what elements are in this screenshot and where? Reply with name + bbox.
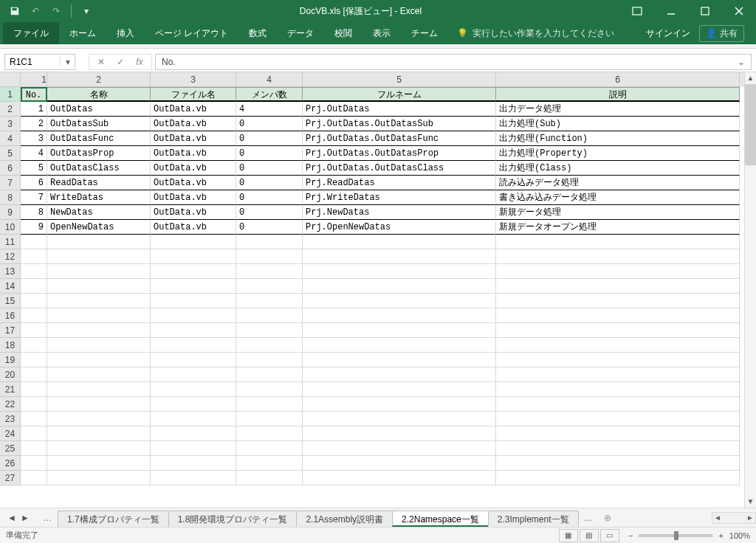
cell[interactable] [21, 249, 47, 264]
zoom-level[interactable]: 100% [729, 531, 750, 540]
cell[interactable] [236, 249, 303, 264]
cell[interactable] [21, 441, 47, 456]
cell[interactable]: 出力処理(Class) [496, 161, 740, 176]
cell[interactable]: 0 [236, 146, 303, 161]
cell[interactable] [303, 367, 496, 382]
cell[interactable] [236, 412, 303, 426]
row-header[interactable]: 10 [0, 220, 21, 235]
fx-icon[interactable]: fx [134, 57, 145, 67]
cancel-icon[interactable]: ✕ [95, 57, 107, 67]
cell[interactable]: OutData.vb [151, 220, 236, 235]
normal-view-icon[interactable]: ▦ [559, 529, 578, 542]
cell[interactable] [236, 264, 303, 279]
row-header[interactable]: 9 [0, 205, 21, 220]
cell[interactable]: 5 [21, 161, 47, 176]
row-header[interactable]: 15 [0, 294, 21, 308]
cell[interactable] [303, 338, 496, 353]
cell[interactable] [496, 279, 740, 294]
cell[interactable]: 新規データ処理 [496, 205, 740, 220]
cell[interactable]: 6 [21, 176, 47, 190]
cell[interactable] [236, 382, 303, 397]
cell[interactable] [303, 235, 496, 249]
tab-nav-prev-icon[interactable]: ◄ [6, 513, 18, 523]
cell[interactable]: 0 [236, 131, 303, 146]
cell[interactable]: Prj.ReadDatas [303, 176, 496, 190]
cell[interactable] [303, 426, 496, 441]
tabs-overflow-left[interactable]: … [37, 513, 58, 523]
row-header[interactable]: 6 [0, 161, 21, 176]
cell[interactable]: OutData.vb [151, 146, 236, 161]
cell[interactable] [496, 235, 740, 249]
cell[interactable]: 0 [236, 205, 303, 220]
cell[interactable] [21, 456, 47, 471]
tab-file[interactable]: ファイル [3, 22, 59, 44]
cell[interactable] [47, 264, 151, 279]
cell[interactable]: ReadDatas [47, 176, 151, 190]
cell[interactable]: 4 [236, 102, 303, 117]
cell[interactable]: OpenNewDatas [47, 220, 151, 235]
cell[interactable]: 9 [21, 220, 47, 235]
add-sheet-button[interactable]: ⊕ [599, 513, 616, 523]
cell[interactable]: Prj.OutDatas.OutDatasProp [303, 146, 496, 161]
cell[interactable] [236, 235, 303, 249]
col-header[interactable]: 3 [151, 72, 236, 87]
cell[interactable] [303, 264, 496, 279]
tab-data[interactable]: データ [277, 22, 324, 44]
cell[interactable]: 8 [21, 205, 47, 220]
cell[interactable]: OutDatas [47, 102, 151, 117]
cell[interactable] [47, 353, 151, 367]
col-header[interactable]: 2 [47, 72, 151, 87]
save-icon[interactable] [6, 2, 24, 20]
sheet-tab[interactable]: 1.7構成プロパティ一覧 [58, 511, 169, 527]
cell[interactable] [151, 264, 236, 279]
row-header[interactable]: 27 [0, 471, 21, 485]
cell[interactable] [236, 279, 303, 294]
cell[interactable] [151, 308, 236, 323]
cell[interactable] [151, 338, 236, 353]
cell[interactable] [236, 308, 303, 323]
zoom-out-button[interactable]: − [628, 531, 633, 540]
cell[interactable] [303, 249, 496, 264]
cell[interactable] [21, 412, 47, 426]
cell[interactable] [303, 456, 496, 471]
cell[interactable] [47, 235, 151, 249]
sheet-tab[interactable]: 2.2Namespace一覧 [392, 511, 489, 527]
cell[interactable] [21, 308, 47, 323]
row-header[interactable]: 19 [0, 353, 21, 367]
cell[interactable] [496, 471, 740, 485]
cell[interactable]: OutData.vb [151, 131, 236, 146]
row-header[interactable]: 26 [0, 456, 21, 471]
maximize-icon[interactable] [688, 0, 722, 22]
cell[interactable] [303, 397, 496, 412]
cell[interactable] [496, 397, 740, 412]
name-box[interactable]: ▾ [4, 54, 75, 70]
cell[interactable]: OutData.vb [151, 102, 236, 117]
select-all-corner[interactable] [0, 72, 21, 87]
zoom-slider-knob[interactable] [674, 531, 678, 540]
cell[interactable] [303, 323, 496, 338]
cell[interactable]: 4 [21, 146, 47, 161]
cell[interactable]: OutData.vb [151, 176, 236, 190]
cell[interactable] [236, 441, 303, 456]
cell[interactable]: Prj.OutDatas.OutDatasFunc [303, 131, 496, 146]
cell[interactable]: Prj.NewDatas [303, 205, 496, 220]
sheet-tab[interactable]: 2.1Assembly説明書 [296, 511, 393, 527]
cell[interactable]: 説明 [496, 87, 740, 102]
cell[interactable] [496, 441, 740, 456]
cell[interactable] [496, 323, 740, 338]
vertical-scrollbar[interactable]: ▲ ▼ [744, 72, 756, 508]
share-button[interactable]: 👤 共有 [699, 25, 744, 42]
cell[interactable] [236, 323, 303, 338]
cell[interactable] [496, 382, 740, 397]
cell[interactable] [21, 353, 47, 367]
cell[interactable] [303, 441, 496, 456]
tabs-overflow-right[interactable]: … [578, 513, 599, 523]
cell[interactable] [21, 367, 47, 382]
cell[interactable] [21, 471, 47, 485]
cell[interactable] [21, 323, 47, 338]
cell[interactable] [151, 456, 236, 471]
cell[interactable] [236, 397, 303, 412]
cell[interactable] [21, 279, 47, 294]
cell[interactable] [151, 382, 236, 397]
cell[interactable] [151, 426, 236, 441]
